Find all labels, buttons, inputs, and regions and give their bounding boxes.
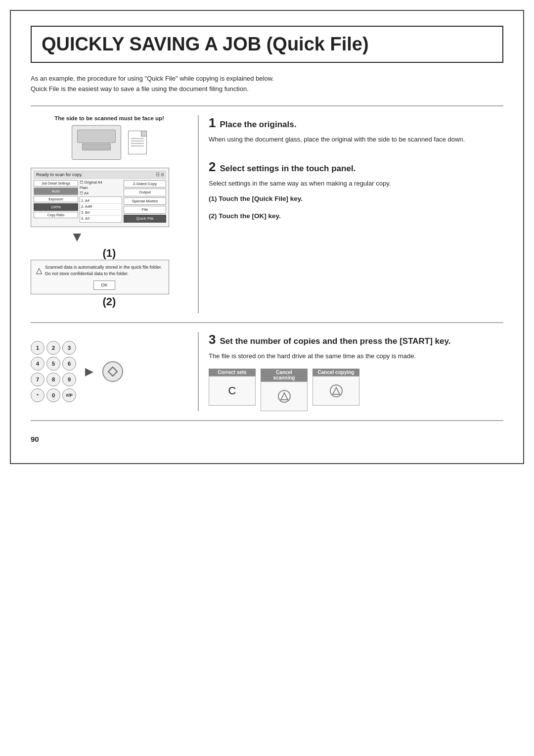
ok-btn-row: OK [45, 281, 164, 290]
scanner-illustration [31, 125, 188, 160]
svg-marker-0 [108, 367, 117, 376]
touch-panel-wrapper: Ready to scan for copy. ☷ 0 Job Detail S… [31, 168, 188, 309]
tp-copy-ratio[interactable]: Copy Ratio [34, 212, 78, 218]
tp-paper-item: 1. A4 [81, 198, 121, 204]
tp-paper-item: 3. B4 [81, 210, 121, 216]
tp-paper-item: 4. A3 [81, 216, 121, 221]
section-bottom: 1 2 3 4 5 6 7 8 9 * 0 #/P ▶ [31, 323, 503, 421]
step1-title: 1 Place the originals. [209, 115, 503, 131]
cancel-scanning-button[interactable] [261, 381, 308, 411]
step2-title-text: Select settings in the touch panel. [220, 164, 356, 174]
tp-output[interactable]: Output [124, 189, 166, 196]
step3-title-text: Set the number of copies and then press … [220, 336, 450, 346]
step3-desc: The file is stored on the hard drive at … [209, 351, 503, 362]
key-9[interactable]: 9 [62, 373, 76, 386]
face-up-note: The side to be scanned must be face up! [31, 115, 188, 121]
key-4[interactable]: 4 [31, 357, 44, 371]
key-star[interactable]: * [31, 388, 44, 402]
step2-num-1: (1) [31, 247, 188, 260]
key-5[interactable]: 5 [46, 357, 60, 371]
step2-num-2: (2) [31, 295, 188, 308]
doc-line [131, 138, 144, 139]
svg-marker-4 [333, 387, 340, 394]
cancel-scanning-icon [277, 389, 292, 404]
correct-sets-label: Correct sets [209, 369, 256, 376]
warning-icon: △ [36, 265, 42, 277]
tp-quick-file[interactable]: Quick File [124, 215, 166, 223]
doc-line [131, 143, 144, 144]
tp-ratio[interactable]: 100% [34, 203, 78, 211]
step3-title: 3 Set the number of copies and then pres… [209, 332, 503, 347]
page-container: QUICKLY SAVING A JOB (Quick File) As an … [10, 10, 524, 464]
step1-desc: When using the document glass, place the… [209, 135, 503, 145]
tp-original-row: ☷ Original A4 [80, 180, 122, 185]
tp-auto[interactable]: Auto [34, 188, 78, 195]
arrow-down-icon: ▼ [70, 229, 188, 245]
doc-lines [131, 138, 144, 148]
copy-buttons-row: Correct sets C Cancel scanning C [209, 369, 503, 411]
right-bottom-col: 3 Set the number of copies and then pres… [199, 332, 503, 411]
right-top-col: 1 Place the originals. When using the do… [199, 115, 503, 314]
doc-icon [128, 131, 147, 154]
correct-sets-button[interactable]: C [209, 376, 256, 406]
doc-line [131, 145, 144, 146]
page-number: 90 [31, 435, 503, 443]
cancel-scanning-group: Cancel scanning [261, 369, 308, 411]
key-hash[interactable]: #/P [62, 388, 76, 402]
tp-right: 2-Sided Copy Output Special Modes File Q… [124, 180, 166, 223]
doc-line [131, 141, 144, 142]
step2-sub2: (2) Touch the [OK] key. [209, 212, 503, 220]
tp-left: Job Detail Settings Auto Exposure 100% C… [34, 180, 78, 223]
tp-exposure[interactable]: Exposure [34, 196, 78, 202]
ok-button[interactable]: OK [93, 281, 115, 290]
key-8[interactable]: 8 [46, 373, 60, 386]
tp-paper-list: 1. A4 2. A4R 3. B4 4. A3 [80, 196, 122, 223]
key-3[interactable]: 3 [62, 341, 76, 355]
start-button[interactable] [102, 361, 123, 382]
tp-plain: Plain [80, 186, 122, 190]
step2-desc: Select settings in the same way as when … [209, 179, 503, 189]
tp-special-modes[interactable]: Special Modes [124, 197, 166, 205]
tp-two-sided[interactable]: 2-Sided Copy [124, 180, 166, 188]
start-arrow-icon: ▶ [85, 365, 93, 378]
tp-main-row: Job Detail Settings Auto Exposure 100% C… [34, 180, 166, 223]
scanner-box [72, 125, 121, 160]
intro-text: As an example, the procedure for using "… [31, 74, 503, 94]
tp-file[interactable]: File [124, 206, 166, 214]
cancel-scanning-label: Cancel scanning [261, 369, 308, 381]
step1-number: 1 [209, 115, 216, 131]
section-top: The side to be scanned must be face up! [31, 105, 503, 324]
warning-box: △ Scanned data is automatically stored i… [31, 260, 169, 295]
touch-panel: Ready to scan for copy. ☷ 0 Job Detail S… [31, 168, 169, 227]
correct-sets-group: Correct sets C [209, 369, 256, 411]
correct-sets-symbol: C [228, 384, 236, 397]
left-top-col: The side to be scanned must be face up! [31, 115, 199, 314]
step1-block: 1 Place the originals. When using the do… [209, 115, 503, 145]
keypad: 1 2 3 4 5 6 7 8 9 * 0 #/P [31, 341, 76, 402]
key-2[interactable]: 2 [46, 341, 60, 355]
step1-title-text: Place the originals. [220, 120, 296, 130]
step2-sub1: (1) Touch the [Quick File] key. [209, 195, 503, 202]
tp-center: ☷ Original A4 Plain ☷ A4 1. A4 [80, 180, 122, 223]
page-title: QUICKLY SAVING A JOB (Quick File) [31, 26, 503, 63]
left-bottom-col: 1 2 3 4 5 6 7 8 9 * 0 #/P ▶ [31, 332, 199, 411]
start-diamond-icon [107, 366, 118, 377]
step2-number: 2 [209, 159, 216, 175]
key-6[interactable]: 6 [62, 357, 76, 371]
cancel-copying-icon [329, 383, 344, 398]
cancel-copying-group: Cancel copying [312, 369, 359, 411]
tp-job-detail[interactable]: Job Detail Settings [34, 180, 78, 187]
step2-title: 2 Select settings in the touch panel. [209, 159, 503, 175]
svg-marker-2 [281, 393, 288, 400]
cancel-copying-button[interactable] [312, 376, 359, 406]
cancel-copying-label: Cancel copying [312, 369, 359, 376]
warning-text: Scanned data is automatically stored in … [45, 264, 164, 290]
tp-a4-row: ☷ A4 [80, 191, 122, 195]
step2-block: 2 Select settings in the touch panel. Se… [209, 159, 503, 220]
key-0[interactable]: 0 [46, 388, 60, 402]
tp-icon: ☷ [80, 180, 83, 185]
keypad-area: 1 2 3 4 5 6 7 8 9 * 0 #/P ▶ [31, 341, 188, 402]
key-1[interactable]: 1 [31, 341, 44, 355]
tp-header: Ready to scan for copy. ☷ 0 [34, 171, 166, 179]
key-7[interactable]: 7 [31, 373, 44, 386]
